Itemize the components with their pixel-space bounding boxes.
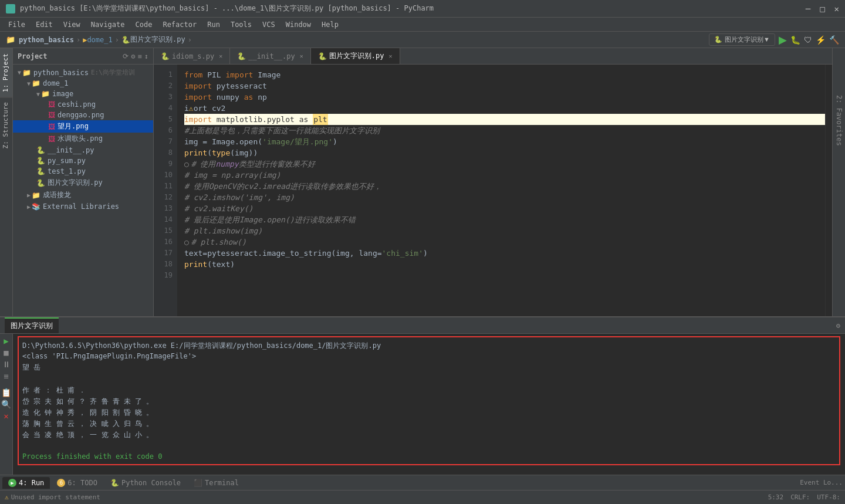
vb-todo-tab[interactable]: 6 6: TODO: [51, 477, 103, 489]
menu-run[interactable]: Run: [202, 19, 225, 30]
title-text: python_basics [E:\尚学堂培训课程\python_basics]…: [20, 4, 434, 13]
project-folder-icon: 📁: [6, 35, 15, 44]
status-warning-text[interactable]: Unused import statement: [11, 493, 100, 501]
tree-chengyujielong[interactable]: ▶ 📁 成语接龙: [13, 189, 153, 201]
code-content[interactable]: from PIL import Image import pytesseract…: [177, 65, 825, 316]
cursor-position[interactable]: 5:32: [768, 493, 784, 501]
run-line-7: 会 当 凌 绝 顶 ， 一 览 众 山 小 。: [22, 429, 836, 441]
file-tree: ▼ 📁 python_basics E:\尚学堂培训 ▼ 📁 dome_1 ▼ …: [13, 65, 153, 316]
menu-navigate[interactable]: Navigate: [86, 19, 130, 30]
run-filter-btn[interactable]: 🔍: [1, 400, 11, 409]
tree-root[interactable]: ▼ 📁 python_basics E:\尚学堂培训: [13, 67, 153, 78]
run-line-8: [22, 441, 836, 452]
menu-help[interactable]: Help: [317, 19, 343, 30]
tree-test1[interactable]: 🐍 test_1.py: [13, 166, 153, 177]
app-icon: [6, 4, 15, 13]
menu-view[interactable]: View: [59, 19, 85, 30]
profile-button[interactable]: ⚡: [816, 35, 826, 45]
code-editor[interactable]: 1 2 3 4 5 6 7 8 9 10 11 12 13 14 15 16 1…: [154, 65, 832, 316]
menu-vcs[interactable]: VCS: [258, 19, 280, 30]
panel-title: Project: [18, 52, 48, 60]
breadcrumb-dome[interactable]: dome_1: [87, 36, 112, 44]
code-line-7: img = Image.open('image/望月.png'): [184, 136, 825, 147]
run-stop-btn[interactable]: ■: [4, 348, 8, 357]
tab-close-init[interactable]: ✕: [300, 53, 303, 59]
menu-tools[interactable]: Tools: [226, 19, 256, 30]
run-config-btn[interactable]: 🐍 图片文字识别▼: [709, 33, 775, 46]
bottom-tabs-bar: 图片文字识别 ⚙: [0, 317, 845, 334]
tab-init[interactable]: 🐍 __init__.py ✕: [230, 48, 311, 64]
close-btn[interactable]: ✕: [834, 4, 839, 13]
code-line-6: #上面都是导包，只需要下面这一行就能实现图片文字识别: [184, 125, 825, 136]
tree-ceshi[interactable]: 🖼 ceshi.png: [13, 99, 153, 110]
tree-wangyue[interactable]: 🖼 望月.png: [13, 120, 153, 133]
tab-idiom[interactable]: 🐍 idiom_s.py ✕: [154, 48, 230, 64]
status-left: ⚠ Unused import statement: [5, 493, 100, 501]
vb-terminal-tab[interactable]: ⬛ Terminal: [188, 477, 245, 489]
tab-imageocr[interactable]: 🐍 图片文字识别.py ✕: [311, 48, 400, 64]
tree-external-libs[interactable]: ▶ 📚 External Libraries: [13, 201, 153, 212]
run-tab[interactable]: 图片文字识别: [5, 317, 59, 333]
breadcrumb-file-icon: 🐍: [121, 36, 130, 44]
breadcrumb-root[interactable]: python_basics: [19, 36, 74, 44]
menu-file[interactable]: File: [4, 19, 30, 30]
favorites-label[interactable]: 2: Favorites: [835, 95, 843, 146]
code-line-12: # cv2.imshow('img', img): [184, 192, 825, 203]
warning-dot: ⚠: [189, 103, 194, 114]
event-log[interactable]: Event Lo...: [800, 479, 843, 486]
minimize-btn[interactable]: ─: [806, 4, 810, 13]
tree-imageocr[interactable]: 🐍 图片文字识别.py: [13, 177, 153, 189]
tab-bar: 🐍 idiom_s.py ✕ 🐍 __init__.py ✕ 🐍 图片文字识别.…: [154, 48, 832, 65]
run-button[interactable]: ▶: [779, 33, 787, 46]
tab-close-idiom[interactable]: ✕: [219, 53, 222, 59]
menu-code[interactable]: Code: [131, 19, 157, 30]
run-close-btn[interactable]: ✕: [4, 411, 8, 421]
tree-pysum[interactable]: 🐍 py_sum.py: [13, 155, 153, 166]
run-line-1: 望 岳: [22, 362, 836, 373]
menu-refactor[interactable]: Refactor: [158, 19, 201, 30]
code-line-10: # img = np.array(img): [184, 170, 825, 181]
very-bottom-tabs: ▶ 4: Run 6 6: TODO 🐍 Python Console ⬛ Te…: [0, 475, 845, 490]
title-bar: python_basics [E:\尚学堂培训课程\python_basics]…: [0, 0, 845, 18]
debug-button[interactable]: 🐛: [790, 35, 800, 45]
breadcrumb-file[interactable]: 图片文字识别.py: [130, 35, 185, 45]
menu-bar: File Edit View Navigate Code Refactor Ru…: [0, 18, 845, 32]
right-gutter: [825, 65, 832, 316]
run-line-0: <class 'PIL.PngImagePlugin.PngImageFile'…: [22, 351, 836, 362]
run-output[interactable]: D:\Python3.6.5\Python36\python.exe E:/同学…: [13, 334, 845, 475]
vb-python-console-tab[interactable]: 🐍 Python Console: [104, 477, 187, 489]
menu-window[interactable]: Window: [281, 19, 316, 30]
tree-denggao[interactable]: 🖼 denggao.png: [13, 110, 153, 120]
run-settings-btn[interactable]: 📋: [1, 388, 11, 397]
code-line-19: [184, 270, 825, 281]
menu-edit[interactable]: Edit: [31, 19, 58, 30]
expand-icon[interactable]: ↕: [144, 52, 148, 60]
run-scroll-btn[interactable]: ≡: [4, 371, 8, 381]
run-restart-btn[interactable]: ▶: [4, 336, 8, 346]
bottom-panel: 图片文字识别 ⚙ ▶ ■ ⏸ ≡ 📋 🔍 ✕ D:\Python3.6.5\Py…: [0, 316, 845, 475]
run-line-2: [22, 373, 836, 384]
maximize-btn[interactable]: □: [820, 4, 824, 13]
panel-header: Project ⟳ ⚙ ≡ ↕: [13, 48, 153, 65]
sync-icon[interactable]: ⟳: [123, 52, 129, 60]
tab-project[interactable]: 1: Project: [0, 48, 12, 97]
tree-init[interactable]: 🐍 __init__.py: [13, 145, 153, 155]
line-ending[interactable]: CRLF:: [790, 493, 810, 501]
tree-image[interactable]: ▼ 📁 image: [13, 89, 153, 99]
encoding[interactable]: UTF-8:: [817, 493, 840, 501]
tab-structure[interactable]: Z: Structure: [0, 97, 12, 153]
gear-icon[interactable]: ⚙: [131, 52, 135, 60]
status-right: 5:32 CRLF: UTF-8:: [768, 493, 840, 501]
bottom-settings-icon[interactable]: ⚙: [836, 322, 840, 330]
vb-run-tab[interactable]: ▶ 4: Run: [2, 477, 50, 489]
tree-shuidiaogetou[interactable]: 🖼 水调歌头.png: [13, 133, 153, 145]
build-button[interactable]: 🔨: [829, 35, 839, 45]
tab-close-imageocr[interactable]: ✕: [388, 53, 392, 59]
tree-dome1[interactable]: ▼ 📁 dome_1: [13, 78, 153, 89]
run-pause-btn[interactable]: ⏸: [2, 360, 11, 369]
code-line-4: i⚠ort cv2: [184, 103, 825, 114]
coverage-button[interactable]: 🛡: [804, 35, 812, 45]
run-line-5: 造 化 钟 神 秀 ， 阴 阳 割 昏 晓 。: [22, 407, 836, 418]
collapse-icon[interactable]: ≡: [138, 52, 142, 60]
code-line-9: ○# 使用numpy类型进行传窗效果不好: [184, 158, 825, 170]
